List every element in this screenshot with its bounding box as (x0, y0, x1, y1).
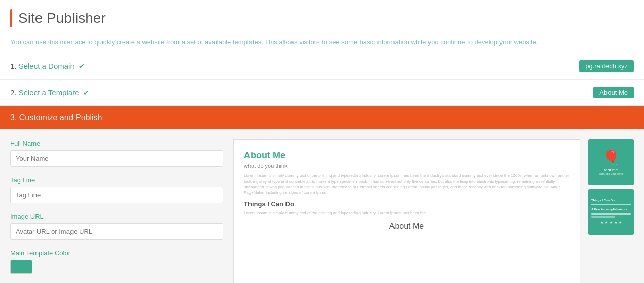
thumb-social-icon-3: ★ (610, 221, 613, 225)
form-column: Full Name Tag Line Image URL Main Templa… (10, 139, 223, 284)
tagline-label: Tag Line (10, 176, 223, 184)
image-url-label: Image URL (10, 213, 223, 220)
thumb-label: tast.me (604, 168, 618, 172)
step-3-text: Customize and Publish (19, 113, 102, 122)
full-name-input[interactable] (10, 150, 223, 167)
template-color-group: Main Template Color (10, 249, 223, 274)
preview-thumb-bottom: Things I Can Do A Few Accomplishments ★ … (588, 189, 634, 235)
preview-lorem-1: Lorem ipsum is simply dummy text of the … (234, 173, 580, 201)
preview-things-lorem: Lorem ipsum is simply dummy text of the … (234, 210, 580, 216)
domain-badge: pg.rafitech.xyz (579, 60, 634, 72)
thumb-icons-row: ★ ★ ★ ★ ★ (591, 221, 631, 225)
preview-about-me-bottom: About Me (234, 216, 580, 231)
thumb-line-3 (591, 216, 615, 218)
template-color-label: Main Template Color (10, 249, 223, 257)
page-subtitle: You can use this interface to quickly cr… (0, 37, 644, 53)
full-name-group: Full Name (10, 139, 223, 167)
thumb-things-label: Things I Can Do (591, 199, 631, 202)
title-bar-accent (10, 9, 12, 27)
thumb-social-icon-4: ★ (614, 221, 617, 225)
full-name-label: Full Name (10, 139, 223, 147)
color-swatch-wrapper (10, 260, 223, 274)
step-1-row[interactable]: 1. Select a Domain ✔ pg.rafitech.xyz (0, 53, 644, 80)
thumb-balloon-icon: 🎈 (602, 149, 620, 166)
page-title-wrapper: Site Publisher (10, 9, 634, 27)
thumb-social-icon-5: ★ (619, 221, 622, 225)
thumb-accomplishments-label: A Few Accomplishments (591, 208, 631, 211)
step-1-number: 1. (10, 62, 19, 70)
preview-thumbnail-col: 🎈 tast.me what do you think Things I Can… (588, 139, 634, 284)
preview-main: About Me what do you think Lorem ipsum i… (233, 139, 580, 284)
preview-things: Things I Can Do (234, 200, 580, 210)
tagline-group: Tag Line (10, 176, 223, 203)
step-2-text: Select a Template (19, 88, 79, 97)
page-title: Site Publisher (18, 10, 106, 26)
preview-thumb-top: 🎈 tast.me what do you think (588, 139, 634, 185)
image-url-input[interactable] (10, 223, 223, 240)
image-url-group: Image URL (10, 213, 223, 240)
thumb-line-2 (591, 213, 631, 215)
steps-container: 1. Select a Domain ✔ pg.rafitech.xyz 2. … (0, 53, 644, 284)
step-2-label: 2. Select a Template ✔ (10, 88, 89, 97)
step-2-row[interactable]: 2. Select a Template ✔ About Me (0, 80, 644, 106)
page-wrapper: Site Publisher You can use this interfac… (0, 0, 644, 283)
thumb-tagline: what do you think (599, 172, 623, 175)
preview-column: About Me what do you think Lorem ipsum i… (233, 139, 634, 284)
step-1-checkmark: ✔ (77, 62, 85, 70)
thumb-line-1 (591, 204, 631, 205)
step-3-number: 3. (10, 113, 19, 122)
step-3-header: 3. Customize and Publish (0, 106, 644, 129)
customize-section: Full Name Tag Line Image URL Main Templa… (0, 129, 644, 284)
template-badge: About Me (593, 87, 634, 98)
color-swatch[interactable] (10, 260, 32, 274)
step-1-label: 1. Select a Domain ✔ (10, 62, 85, 70)
preview-about-title: About Me (234, 140, 580, 163)
thumb-social-icon-2: ★ (605, 221, 608, 225)
step-1-text: Select a Domain (19, 62, 75, 70)
preview-about-sub: what do you think (234, 163, 580, 173)
header-section: Site Publisher (0, 0, 644, 37)
thumb-social-icon-1: ★ (600, 221, 603, 225)
tagline-input[interactable] (10, 187, 223, 203)
step-2-number: 2. (10, 88, 19, 97)
step-2-checkmark: ✔ (81, 89, 89, 97)
